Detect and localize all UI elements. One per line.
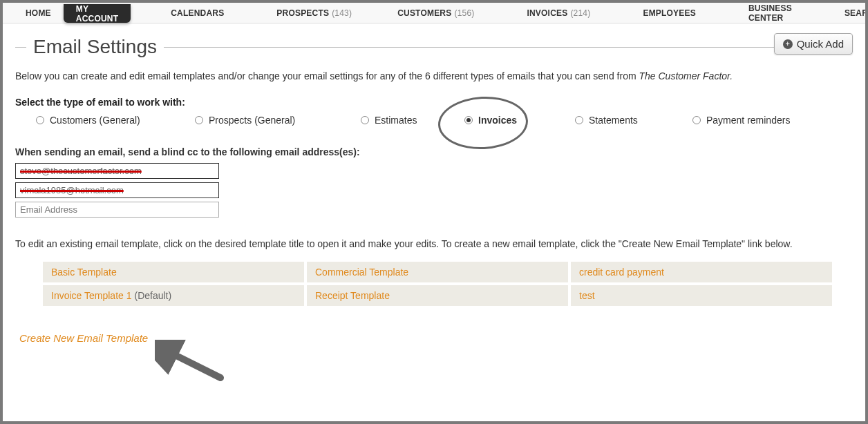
radio-label: Estimates [375,115,417,126]
nav-search[interactable]: SEARCH [832,3,865,23]
bcc-inputs [15,163,853,218]
bcc-email-input-1[interactable] [15,163,219,179]
nav-calendars[interactable]: CALENDARS [158,3,236,23]
app-frame: HOME MY ACCOUNT CALENDARS PROSPECTS(143)… [3,3,865,421]
intro-body: Below you can create and edit email temp… [15,70,639,81]
nav-label: BUSINESS CENTER [748,3,792,23]
bcc-label: When sending an email, send a blind cc t… [15,146,853,157]
nav-count: (156) [454,8,474,18]
template-receipt[interactable]: Receipt Template [307,285,568,306]
radio-icon [575,116,583,124]
page-title: Email Settings [33,36,157,58]
radio-icon [195,116,203,124]
radio-icon [692,116,701,124]
arrow-annotation-icon [155,340,238,388]
nav-count: (214) [570,8,590,18]
radio-customers-general[interactable]: Customers (General) [36,115,195,126]
template-commercial[interactable]: Commercial Template [307,262,568,282]
nav-prospects[interactable]: PROSPECTS(143) [264,3,364,23]
nav-my-account[interactable]: MY ACCOUNT [64,4,131,23]
nav-customers[interactable]: CUSTOMERS(156) [385,3,487,23]
radio-invoices[interactable]: Invoices [464,115,575,126]
bcc-email-input-3[interactable] [15,202,219,218]
nav-count: (143) [332,8,352,18]
divider [164,47,853,48]
radio-icon [361,116,369,124]
divider [15,47,26,48]
radio-prospects-general[interactable]: Prospects (General) [195,115,361,126]
template-invoice-1[interactable]: Invoice Template 1(Default) [43,285,304,306]
svg-line-1 [165,350,220,378]
template-link[interactable]: Invoice Template 1 [51,290,131,301]
brand-name: The Customer Factor. [639,70,733,81]
template-link[interactable]: credit card payment [579,267,664,278]
template-link[interactable]: Basic Template [51,267,117,278]
radio-label: Statements [589,115,638,126]
template-credit-card[interactable]: credit card payment [571,262,832,282]
nav-label: CALENDARS [171,8,224,18]
plus-icon: + [783,39,793,49]
nav-label: MY ACCOUNT [76,4,118,23]
select-type-label: Select the type of email to work with: [15,97,853,108]
nav-invoices[interactable]: INVOICES(214) [514,3,603,23]
radio-icon [36,116,44,124]
nav-label: SEARCH [845,8,865,18]
nav-label: CUSTOMERS [397,8,451,18]
radio-icon [464,116,473,124]
nav-employees[interactable]: EMPLOYEES [630,3,708,23]
radio-label: Customers (General) [50,115,140,126]
top-nav: HOME MY ACCOUNT CALENDARS PROSPECTS(143)… [3,3,865,23]
quick-add-button[interactable]: + Quick Add [774,33,853,55]
template-grid: Basic Template Commercial Template credi… [43,262,832,306]
intro-text: Below you can create and edit email temp… [15,70,853,81]
template-note: To edit an existing email template, clic… [15,238,853,249]
radio-label: Prospects (General) [209,115,295,126]
nav-home[interactable]: HOME [13,3,64,23]
radio-payment-reminders[interactable]: Payment reminders [692,115,810,126]
template-link[interactable]: test [579,290,595,301]
radio-statements[interactable]: Statements [575,115,692,126]
bcc-email-input-2[interactable] [15,182,219,198]
template-basic[interactable]: Basic Template [43,262,304,282]
template-link[interactable]: Commercial Template [315,267,408,278]
nav-label: EMPLOYEES [643,8,695,18]
template-suffix: (Default) [134,290,171,301]
radio-estimates[interactable]: Estimates [361,115,464,126]
template-link[interactable]: Receipt Template [315,290,390,301]
radio-label: Payment reminders [706,115,790,126]
content-area: + Quick Add Email Settings Below you can… [3,23,865,344]
create-new-email-template-link[interactable]: Create New Email Template [19,332,148,344]
email-type-radios: Customers (General) Prospects (General) … [15,115,853,126]
nav-label: INVOICES [527,8,567,18]
nav-business-center[interactable]: BUSINESS CENTER [736,3,804,23]
title-row: Email Settings [15,36,853,58]
nav-label: PROSPECTS [276,8,329,18]
nav-label: HOME [26,8,51,18]
quick-add-label: Quick Add [797,38,844,50]
template-test[interactable]: test [571,285,832,306]
radio-label: Invoices [478,115,517,126]
